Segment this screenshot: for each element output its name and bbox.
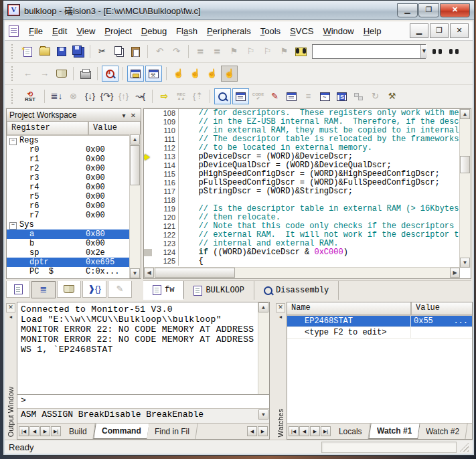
code-line[interactable]: 114 pDeviceQualDscr = (WORD)&DeviceQualD… xyxy=(144,161,460,170)
mdi-restore-button[interactable]: ❐ xyxy=(430,23,449,38)
last-tab-button[interactable]: ▶| xyxy=(51,426,61,436)
code-line-marker[interactable] xyxy=(144,187,154,196)
code-line-marker[interactable] xyxy=(144,248,154,257)
title-bar[interactable]: V bulkloop - 礒ision3 - [E:\w\MCU\Bulkloo… xyxy=(3,1,474,20)
code-line-marker[interactable] xyxy=(144,205,154,213)
code-coverage-button[interactable]: CODE✔ xyxy=(250,89,266,104)
run-button[interactable]: ≣↓ xyxy=(49,89,64,104)
enable-disable-breakpoint-button[interactable]: ☝ xyxy=(204,66,220,81)
toolbar-grip[interactable] xyxy=(11,44,15,59)
mdi-minimize-button[interactable]: ▁ xyxy=(410,23,428,38)
code-line[interactable]: 109 // in the EZ-USB internal RAM. There… xyxy=(144,118,460,126)
code-line[interactable]: 118 xyxy=(144,196,460,205)
register-row[interactable]: r70x00 xyxy=(7,211,141,220)
code-line[interactable]: 112 // to be located in external memory. xyxy=(144,144,460,153)
code-line[interactable]: 117 pStringDscr = (WORD)&StringDscr; xyxy=(144,187,460,196)
menu-peripherals[interactable]: Peripherals xyxy=(202,23,256,39)
output-tab-build[interactable]: Build xyxy=(61,424,95,439)
menu-edit[interactable]: Edit xyxy=(48,23,72,39)
previous-bookmark-button[interactable]: ⚐ xyxy=(260,44,275,59)
incremental-find-button[interactable] xyxy=(446,44,461,59)
register-row[interactable]: r20x00 xyxy=(7,164,141,173)
register-row[interactable]: dptr0xe695 xyxy=(7,258,141,267)
register-row[interactable]: r30x00 xyxy=(7,173,141,183)
scroll-up-button[interactable]: ▲ xyxy=(460,109,470,119)
save-button[interactable] xyxy=(54,44,69,59)
code-editor[interactable]: 108 // for descriptors. These registers … xyxy=(143,108,471,279)
register-row[interactable]: a0x80 xyxy=(7,230,141,239)
assist-scroll-down-button[interactable]: ▼ xyxy=(258,409,268,420)
copy-button[interactable] xyxy=(111,44,127,59)
trace-record-button[interactable]: REC▲▲ xyxy=(173,89,189,104)
code-area[interactable]: 108 // for descriptors. These registers … xyxy=(144,109,460,268)
first-tab-button[interactable]: |◀ xyxy=(289,426,299,436)
watch-tab-locals[interactable]: Locals xyxy=(331,424,370,439)
new-file-button[interactable] xyxy=(20,44,35,59)
watch-row[interactable]: EP2468STAT0x55... xyxy=(287,316,472,327)
scroll-down-button[interactable]: ▼ xyxy=(460,258,470,268)
output-scrollbar[interactable]: ▲ xyxy=(258,302,269,394)
watches-pin-icon[interactable]: ◂ xyxy=(279,314,282,320)
redo-button[interactable]: ↷ xyxy=(169,44,184,59)
tabs-scroll-right-button[interactable]: ▶ xyxy=(258,426,268,436)
editor-vertical-scrollbar[interactable]: ▲ ▼ xyxy=(459,109,471,268)
toolbar-grip[interactable] xyxy=(11,66,15,81)
code-line-marker[interactable] xyxy=(144,170,154,179)
register-row[interactable]: r40x00 xyxy=(7,183,141,192)
code-line[interactable]: 119 // Is the descriptor table in extern… xyxy=(144,205,460,213)
workspace-menu-button[interactable]: ▾ xyxy=(119,112,129,119)
serial-window-button[interactable]: ≡ xyxy=(301,89,316,104)
menu-tools[interactable]: Tools xyxy=(256,23,285,39)
scrollbar-thumb[interactable] xyxy=(130,145,140,185)
code-line-marker[interactable] xyxy=(144,109,154,118)
step-over-button[interactable]: {↷} xyxy=(99,89,114,104)
insert-remove-breakpoint-button[interactable]: ☝ xyxy=(171,66,186,81)
clear-bookmarks-button[interactable]: ⚑ xyxy=(276,44,292,59)
code-line[interactable]: 122 // external RAM. It will not work if… xyxy=(144,231,460,240)
scroll-up-button[interactable]: ▲ xyxy=(258,302,268,312)
show-next-statement-button[interactable]: ⇨ xyxy=(157,89,172,104)
first-tab-button[interactable]: |◀ xyxy=(19,426,29,436)
step-out-button[interactable]: {↑} xyxy=(116,89,131,104)
code-line[interactable]: 125 { xyxy=(144,257,460,266)
menu-help[interactable]: Help xyxy=(359,23,386,39)
workspace-titlebar[interactable]: Project Workspace ▾ ✕ xyxy=(7,109,141,122)
watches-close-button[interactable]: ✕ xyxy=(276,303,285,312)
symbol-window-button[interactable] xyxy=(334,89,349,104)
register-group-row[interactable]: −Sys xyxy=(7,220,141,230)
register-row[interactable]: r50x00 xyxy=(7,192,141,201)
value-column-header[interactable]: Value xyxy=(88,122,141,135)
output-window-toggle-button[interactable] xyxy=(145,66,162,82)
prev-tab-button[interactable]: ◀ xyxy=(299,426,309,436)
code-line-marker[interactable] xyxy=(144,240,154,248)
output-close-button[interactable]: ✕ xyxy=(6,303,15,312)
register-row[interactable]: r60x00 xyxy=(7,201,141,211)
memory-window-button[interactable] xyxy=(284,89,299,104)
tree-expander-icon[interactable]: − xyxy=(9,222,17,230)
file-tab-fw[interactable]: fw xyxy=(143,281,184,300)
watch-tab-watch-1[interactable]: Watch #1 xyxy=(368,424,420,439)
restore-button[interactable]: ❐ xyxy=(418,3,439,17)
search-input[interactable] xyxy=(313,45,420,58)
system-viewer-button[interactable] xyxy=(351,89,366,104)
scroll-down-button[interactable]: ▼ xyxy=(130,268,140,278)
books-window-button[interactable] xyxy=(54,66,69,81)
output-tab-find-in-fil[interactable]: Find in Fil xyxy=(147,424,198,439)
save-all-button[interactable] xyxy=(70,44,86,59)
indent-button[interactable]: ≣ xyxy=(193,44,208,59)
templates-view-tab[interactable]: ✎ xyxy=(108,281,132,298)
paste-button[interactable] xyxy=(128,44,143,59)
register-row[interactable]: b0x00 xyxy=(7,239,141,248)
analysis-window-button[interactable] xyxy=(317,89,333,104)
file-tab-bulkloop[interactable]: BULKLOOP xyxy=(184,281,254,300)
menu-project[interactable]: Project xyxy=(100,23,136,39)
scroll-left-button[interactable]: ◀ xyxy=(144,268,154,278)
toolbox-button[interactable]: ⚒ xyxy=(384,89,400,104)
code-line[interactable]: 123 // internal and external RAM. xyxy=(144,240,460,248)
find-in-files-button[interactable] xyxy=(293,44,309,59)
code-line-marker[interactable] xyxy=(144,196,154,205)
search-dropdown-button[interactable]: ▼ xyxy=(420,45,427,58)
register-row[interactable]: PC $C:0x... xyxy=(7,267,141,276)
value-column-header[interactable]: Value xyxy=(411,302,472,315)
next-tab-button[interactable]: ▶ xyxy=(310,426,320,436)
